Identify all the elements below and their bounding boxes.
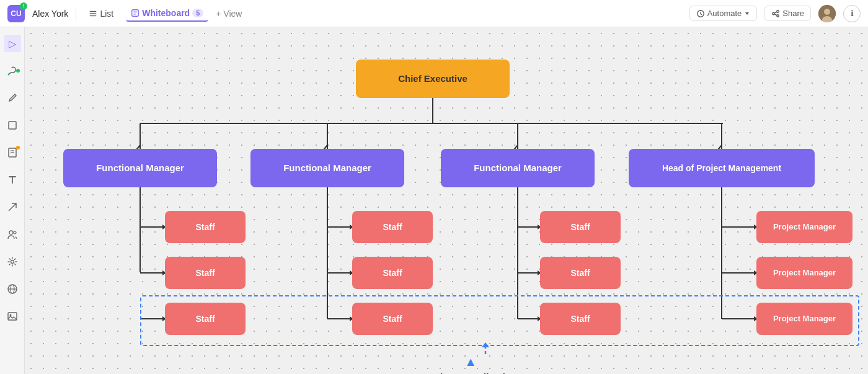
head-of-pm-node: Head of Project Management [629,149,815,187]
share-label: Share [782,9,804,18]
svg-rect-16 [9,122,16,129]
staff-2-2-node: Staff [352,257,433,289]
svg-point-9 [777,14,779,17]
svg-line-11 [775,14,777,15]
user-avatar [818,5,836,22]
functional-manager-2-label: Functional Manager [283,162,371,174]
paint-tool[interactable] [4,62,21,79]
settings-tool[interactable] [4,253,21,270]
nav-whiteboard-label: Whiteboard [142,8,190,18]
canvas[interactable]: Chief Executive Functional Manager Funct… [25,27,868,374]
project-coordination-label-area: ▲ Project Coordination [425,355,516,374]
pen-tool[interactable] [4,89,21,107]
user-name: Alex York [32,9,68,19]
globe-tool[interactable] [4,280,21,298]
project-manager-1-node: Project Manager [756,211,852,243]
project-manager-1-label: Project Manager [773,222,836,233]
svg-point-8 [773,12,775,15]
cursor-tool[interactable]: ▷ [4,35,21,52]
main-layout: ▷ [0,27,868,374]
nav-list[interactable]: List [84,6,118,21]
svg-line-20 [9,203,16,211]
staff-3-1-node: Staff [540,211,621,243]
whiteboard-count: 5 [192,9,203,17]
note-dot [16,146,20,149]
svg-point-13 [824,9,830,15]
topbar: CU ! Alex York List Whiteboard 5 + View … [0,0,868,27]
head-of-pm-label: Head of Project Management [662,163,781,174]
paint-dot [16,69,20,73]
svg-point-28 [9,314,11,316]
app-icon: CU ! [7,5,25,22]
project-coordination-arrow-icon: ▲ [464,355,477,369]
left-sidebar: ▷ [0,27,25,374]
svg-point-7 [777,10,779,12]
svg-rect-27 [8,313,17,320]
svg-rect-3 [132,9,139,16]
project-manager-2-label: Project Manager [773,268,836,278]
staff-1-1-label: Staff [195,221,215,233]
shape-tool[interactable] [4,117,21,134]
project-manager-2-node: Project Manager [756,257,852,289]
automate-button[interactable]: Automate [689,6,758,21]
arrow-tool[interactable] [4,198,21,216]
automate-label: Automate [707,9,742,18]
nav-divider [76,7,76,20]
svg-point-15 [7,74,9,76]
staff-1-2-node: Staff [165,257,246,289]
chief-executive-node: Chief Executive [356,60,510,98]
staff-2-1-node: Staff [352,211,433,243]
chief-executive-label: Chief Executive [398,73,467,85]
svg-point-22 [14,231,16,234]
functional-manager-3-label: Functional Manager [474,162,562,174]
staff-1-2-label: Staff [195,267,215,278]
people-tool[interactable] [4,226,21,243]
topbar-right: Automate Share ℹ [689,5,861,22]
staff-3-2-label: Staff [570,267,590,278]
share-button[interactable]: Share [764,6,811,21]
svg-point-23 [11,260,14,264]
svg-line-10 [775,12,777,13]
image-tool[interactable] [4,308,21,325]
functional-manager-2-node: Functional Manager [250,149,404,187]
functional-manager-3-node: Functional Manager [441,149,595,187]
staff-1-1-node: Staff [165,211,246,243]
staff-2-2-label: Staff [383,267,402,278]
staff-2-1-label: Staff [383,221,402,233]
functional-manager-1-label: Functional Manager [96,162,184,174]
nav-list-label: List [100,9,113,19]
staff-3-2-node: Staff [540,257,621,289]
functional-manager-1-node: Functional Manager [63,149,217,187]
add-view-label: + View [216,9,242,19]
info-icon[interactable]: ℹ [843,5,861,22]
topbar-left: CU ! Alex York List Whiteboard 5 + View [7,5,242,22]
notification-badge: ! [20,2,27,10]
note-tool[interactable] [4,144,21,161]
nav-whiteboard[interactable]: Whiteboard 5 [126,6,208,22]
project-coordination-label: Project Coordination [425,372,516,374]
text-tool[interactable] [4,171,21,189]
staff-3-1-label: Staff [570,221,590,233]
svg-point-21 [9,231,13,234]
project-coordination-rect [140,295,859,346]
add-view-button[interactable]: + View [216,9,242,19]
